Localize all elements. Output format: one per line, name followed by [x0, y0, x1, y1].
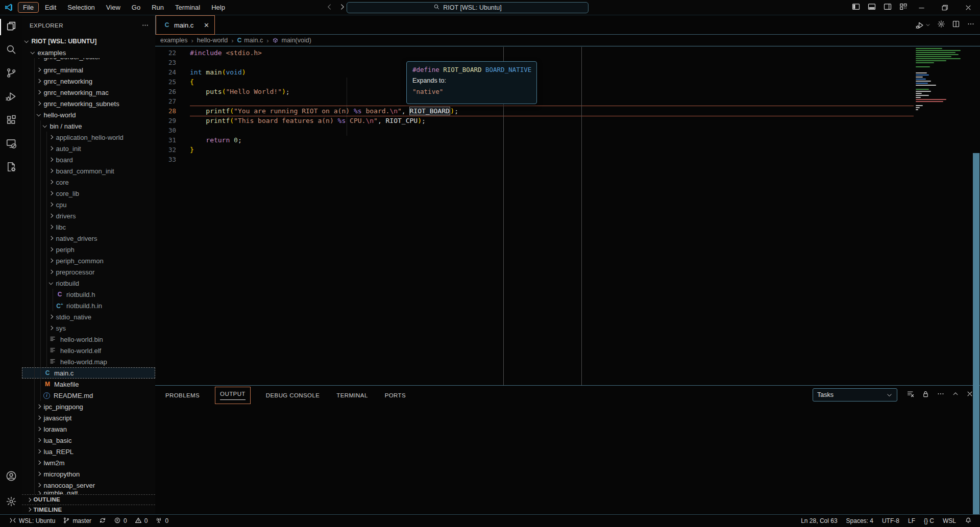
tree-item-makefile[interactable]: MMakefile — [22, 379, 155, 390]
panel-tab-problems[interactable]: PROBLEMS — [164, 388, 201, 403]
section-timeline[interactable]: TIMELINE — [22, 505, 155, 515]
run-or-debug-button[interactable] — [916, 21, 930, 30]
tree-item-hello-world-map[interactable]: hello-world.map — [22, 356, 155, 367]
tree-item-riot-wsl-ubuntu-[interactable]: RIOT [WSL: UBUNTU] — [22, 36, 155, 47]
tree-item-hello-world[interactable]: hello-world — [22, 109, 155, 120]
status-error-count[interactable]: 0 — [114, 517, 127, 525]
tree-item-application-hello-world[interactable]: application_hello-world — [22, 132, 155, 143]
split-editor-icon[interactable] — [952, 20, 960, 30]
close-window-button[interactable] — [957, 0, 980, 15]
tree-item-gnrc-minimal[interactable]: gnrc_minimal — [22, 64, 155, 76]
tree-item-core[interactable]: core — [22, 177, 155, 188]
activity-extensions[interactable] — [0, 109, 22, 133]
tree-item-bin-native[interactable]: bin / native — [22, 120, 155, 132]
breadcrumb-item-main-void-[interactable]: main(void) — [272, 37, 311, 44]
status-warning-count[interactable]: 0 — [135, 517, 148, 525]
panel-tab-debug-console[interactable]: DEBUG CONSOLE — [264, 388, 322, 403]
activity-build-tools[interactable] — [0, 156, 22, 180]
menu-terminal[interactable]: Terminal — [170, 2, 205, 13]
section-outline[interactable]: OUTLINE — [22, 494, 155, 505]
menu-selection[interactable]: Selection — [62, 2, 100, 13]
activity-run-and-debug[interactable] — [0, 86, 22, 109]
menu-go[interactable]: Go — [127, 2, 145, 13]
minimize-button[interactable] — [910, 0, 933, 15]
scrollbar-thumb[interactable] — [973, 153, 979, 514]
code-line-32[interactable]: 32} — [155, 145, 914, 155]
status-cursor-position[interactable]: Ln 28, Col 63 — [801, 517, 837, 524]
tree-item-gnrc-border-router[interactable]: gnrc_border_router — [22, 58, 155, 64]
tree-item-periph[interactable]: periph — [22, 244, 155, 255]
lock-scroll-icon[interactable] — [922, 390, 929, 400]
breadcrumb-item-hello-world[interactable]: hello-world — [197, 37, 228, 44]
tree-item-nanocoap-server[interactable]: nanocoap_server — [22, 480, 155, 491]
explorer-more-actions-icon[interactable] — [141, 21, 149, 30]
tree-item-libc[interactable]: libc — [22, 221, 155, 233]
editor-more-actions-icon[interactable] — [967, 20, 975, 30]
status-git-sync[interactable] — [99, 517, 106, 525]
activity-accounts[interactable] — [0, 465, 22, 489]
code-line-22[interactable]: 22#include <stdio.h> — [155, 48, 914, 58]
tree-item-periph-common[interactable]: periph_common — [22, 255, 155, 266]
code-line-30[interactable]: 30 — [155, 126, 914, 135]
status-git-branch[interactable]: master — [63, 517, 91, 525]
status-language-mode[interactable]: {} C — [924, 517, 934, 524]
activity-explorer[interactable] — [0, 15, 22, 39]
panel-more-actions-icon[interactable] — [937, 390, 945, 400]
status-forwarded-ports[interactable]: 0 — [155, 517, 168, 525]
code-line-29[interactable]: 29 printf("This board features a(n) %s C… — [155, 116, 914, 126]
tree-item-lua-basic[interactable]: lua_basic — [22, 435, 155, 446]
panel-tab-terminal[interactable]: TERMINAL — [335, 388, 369, 403]
tree-item-hello-world-bin[interactable]: hello-world.bin — [22, 334, 155, 345]
status-end-of-line[interactable]: LF — [908, 517, 915, 524]
status-wsl-indicator[interactable]: WSL — [943, 517, 956, 524]
tree-item-board-common-init[interactable]: board_common_init — [22, 165, 155, 177]
status-indentation[interactable]: Spaces: 4 — [846, 517, 873, 524]
tree-item-board[interactable]: board — [22, 154, 155, 165]
tree-item-lorawan[interactable]: lorawan — [22, 423, 155, 435]
toggle-sidebar-icon[interactable] — [852, 3, 860, 13]
status-encoding[interactable]: UTF-8 — [882, 517, 899, 524]
tree-item-javascript[interactable]: javascript — [22, 412, 155, 423]
code-line-28[interactable]: 28 printf("You are running RIOT on a(n) … — [155, 106, 914, 116]
tree-item-core-lib[interactable]: core_lib — [22, 188, 155, 199]
code-editor[interactable]: 22#include <stdio.h>2324int main(void)25… — [155, 47, 980, 385]
status-notifications[interactable] — [965, 517, 972, 525]
tree-item-riotbuild-h-in[interactable]: C+riotbuild.h.in — [22, 300, 155, 311]
tree-item-gnrc-networking[interactable]: gnrc_networking — [22, 76, 155, 87]
tree-item-preprocessor[interactable]: preprocessor — [22, 266, 155, 278]
tree-item-native-drivers[interactable]: native_drivers — [22, 233, 155, 244]
panel-tab-output[interactable]: OUTPUT — [215, 387, 251, 404]
output-channel-dropdown[interactable]: Tasks — [813, 388, 897, 401]
tree-item-lwm2m[interactable]: lwm2m — [22, 457, 155, 468]
tree-item-lua-repl[interactable]: lua_REPL — [22, 446, 155, 457]
menu-run[interactable]: Run — [146, 2, 169, 13]
menu-help[interactable]: Help — [206, 2, 230, 13]
code-line-31[interactable]: 31 return 0; — [155, 135, 914, 145]
tree-item-stdio-native[interactable]: stdio_native — [22, 311, 155, 322]
close-panel-icon[interactable] — [966, 390, 973, 399]
tree-item-micropython[interactable]: micropython — [22, 468, 155, 480]
breadcrumb-item-examples[interactable]: examples — [160, 37, 188, 44]
settings-gear-icon[interactable] — [937, 20, 945, 30]
tree-item-cpu[interactable]: cpu — [22, 199, 155, 210]
go-back-icon[interactable] — [326, 3, 333, 13]
tree-item-auto-init[interactable]: auto_init — [22, 143, 155, 154]
tree-item-drivers[interactable]: drivers — [22, 210, 155, 221]
tree-item-riotbuild-h[interactable]: Criotbuild.h — [22, 289, 155, 300]
tree-item-main-c[interactable]: Cmain.c — [22, 367, 155, 379]
command-center-search[interactable]: RIOT [WSL: Ubuntu] — [347, 2, 589, 13]
tree-item-gnrc-networking-subnets[interactable]: gnrc_networking_subnets — [22, 98, 155, 109]
breadcrumb-item-main-c[interactable]: Cmain.c — [237, 37, 263, 44]
activity-source-control[interactable] — [0, 62, 22, 86]
tree-item-hello-world-elf[interactable]: hello-world.elf — [22, 345, 155, 356]
tree-item-gnrc-networking-mac[interactable]: gnrc_networking_mac — [22, 87, 155, 98]
toggle-secondary-sidebar-icon[interactable] — [884, 3, 892, 13]
menu-file[interactable]: File — [18, 2, 39, 13]
tree-item-nimble-gatt[interactable]: nimble_gatt — [22, 491, 155, 494]
minimap[interactable] — [914, 48, 972, 385]
code-line-33[interactable]: 33 — [155, 155, 914, 164]
close-tab-icon[interactable]: ✕ — [204, 21, 209, 29]
tree-item-riotbuild[interactable]: riotbuild — [22, 278, 155, 289]
toggle-panel-icon[interactable] — [868, 3, 876, 13]
tree-item-readme-md[interactable]: iREADME.md — [22, 390, 155, 401]
